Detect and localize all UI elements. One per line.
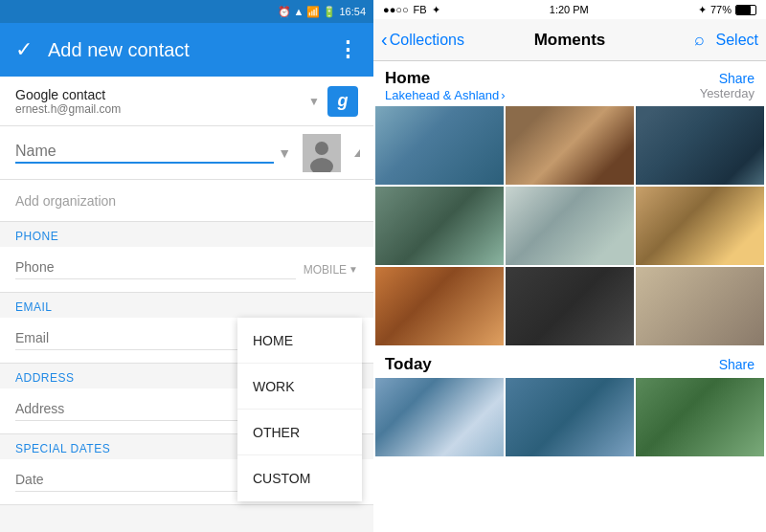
alarm-icon: ⏰ — [278, 6, 291, 18]
photo-item[interactable] — [375, 187, 504, 265]
corner-indicator — [354, 149, 360, 157]
dropdown-item-custom[interactable]: CUSTOM — [237, 455, 362, 501]
organization-row[interactable]: Add organization — [0, 180, 373, 222]
ios-nav-actions: ⌕ Select — [672, 30, 758, 50]
expand-name-icon[interactable]: ▼ — [278, 145, 291, 161]
confirm-button[interactable]: ✓ — [15, 37, 33, 62]
phone-input[interactable] — [15, 259, 296, 279]
svg-point-1 — [315, 142, 328, 155]
more-options-button[interactable]: ⋮ — [337, 37, 358, 62]
back-to-collections-button[interactable]: ‹ Collections — [381, 29, 467, 51]
google-account-icon: g — [327, 86, 358, 117]
carrier-signal: ●●○○ — [383, 4, 409, 15]
battery-bar-icon — [735, 5, 756, 15]
moment-subtitle-home: Lakehead & Ashland › — [385, 88, 506, 102]
photo-item[interactable] — [375, 106, 504, 185]
ios-status-time: 1:20 PM — [550, 4, 589, 15]
ios-status-bar: ●●○○ FB ✦ 1:20 PM ✦ 77% — [373, 0, 766, 19]
moment-title-home: Home — [385, 69, 506, 88]
battery-fill — [736, 6, 751, 14]
top-app-bar: ✓ Add new contact ⋮ — [0, 23, 373, 77]
search-button[interactable]: ⌕ — [694, 30, 705, 50]
google-letter: g — [338, 91, 349, 111]
moment-meta-home: Share Yesterday — [700, 69, 755, 100]
chevron-right-icon: › — [501, 88, 505, 102]
battery-icon: 🔋 — [323, 6, 336, 18]
share-button-home[interactable]: Share — [700, 69, 755, 86]
signal-icon: 📶 — [306, 6, 320, 18]
status-bar-icons: ⏰ ▲ 📶 🔋 16:54 — [278, 6, 366, 18]
photo-item[interactable] — [636, 378, 764, 456]
carrier-name: FB — [414, 4, 427, 15]
avatar-svg — [303, 134, 341, 172]
add-organization-placeholder: Add organization — [15, 193, 116, 209]
photo-item[interactable] — [636, 187, 764, 265]
share-button-today[interactable]: Share — [719, 355, 755, 372]
select-button[interactable]: Select — [716, 32, 758, 49]
photo-item[interactable] — [636, 106, 764, 185]
home-photo-grid — [373, 106, 766, 347]
ios-status-right: ✦ 77% — [698, 4, 756, 16]
moment-header-today: Today Share — [373, 347, 766, 378]
phone-type-selector[interactable]: MOBILE ▼ — [304, 263, 358, 277]
dropdown-item-work[interactable]: WORK — [237, 364, 362, 410]
email-type-dropdown: HOME WORK OTHER CUSTOM — [237, 318, 362, 501]
avatar-photo-button[interactable] — [303, 134, 341, 172]
battery-percent: 77% — [710, 4, 732, 15]
page-title: Add new contact — [48, 39, 322, 61]
dropdown-item-other[interactable]: OTHER — [237, 410, 362, 455]
moment-date-home: Yesterday — [700, 86, 755, 100]
photo-item[interactable] — [506, 267, 634, 345]
moment-title-today: Today — [385, 355, 432, 374]
account-name: Google contact — [15, 87, 301, 102]
ios-status-left: ●●○○ FB ✦ — [383, 4, 440, 16]
photo-item[interactable] — [375, 378, 504, 456]
phone-type-label: MOBILE — [304, 263, 347, 277]
phone-type-dropdown-icon: ▼ — [349, 264, 358, 275]
bluetooth-icon: ✦ — [698, 4, 707, 16]
photo-item[interactable] — [375, 267, 504, 345]
photos-content-area: Home Lakehead & Ashland › Share Yesterda… — [373, 61, 766, 532]
wifi-status-icon: ✦ — [432, 4, 440, 16]
moment-header-home: Home Lakehead & Ashland › Share Yesterda… — [373, 61, 766, 106]
photo-item[interactable] — [506, 378, 634, 456]
phone-section-label: PHONE — [0, 222, 373, 247]
photo-item[interactable] — [636, 267, 764, 345]
android-add-contact-panel: ⏰ ▲ 📶 🔋 16:54 ✓ Add new contact ⋮ Google… — [0, 0, 373, 532]
wifi-icon: ▲ — [294, 6, 304, 17]
name-input-row: ▼ — [0, 126, 373, 180]
back-chevron-icon: ‹ — [381, 29, 388, 51]
today-photo-grid — [373, 378, 766, 458]
ios-nav-bar: ‹ Collections Moments ⌕ Select — [373, 19, 766, 61]
moment-title-area-today: Today — [385, 355, 432, 374]
dropdown-item-home[interactable]: HOME — [237, 318, 362, 364]
photo-item[interactable] — [506, 187, 634, 265]
name-field-wrap: ▼ — [15, 143, 291, 164]
name-input[interactable] — [15, 143, 274, 164]
status-time: 16:54 — [339, 6, 366, 17]
nav-title: Moments — [467, 31, 672, 50]
photo-item[interactable] — [506, 106, 634, 185]
android-status-bar: ⏰ ▲ 📶 🔋 16:54 — [0, 0, 373, 23]
moment-title-area: Home Lakehead & Ashland › — [385, 69, 506, 102]
moment-section-home: Home Lakehead & Ashland › Share Yesterda… — [373, 61, 766, 347]
ios-photos-panel: ●●○○ FB ✦ 1:20 PM ✦ 77% ‹ Collections Mo… — [373, 0, 766, 532]
account-selector-row[interactable]: Google contact ernest.h@gmail.com ▼ g — [0, 77, 373, 126]
email-input-row: ▼ HOME WORK OTHER CUSTOM — [0, 318, 373, 364]
back-label: Collections — [390, 32, 464, 49]
email-section-label: EMAIL — [0, 293, 373, 318]
account-email: ernest.h@gmail.com — [15, 102, 301, 116]
moment-location[interactable]: Lakehead & Ashland — [385, 88, 499, 102]
moment-section-today: Today Share — [373, 347, 766, 458]
phone-input-row: MOBILE ▼ — [0, 247, 373, 293]
dropdown-arrow-icon: ▼ — [308, 95, 320, 108]
account-info: Google contact ernest.h@gmail.com — [15, 87, 301, 116]
